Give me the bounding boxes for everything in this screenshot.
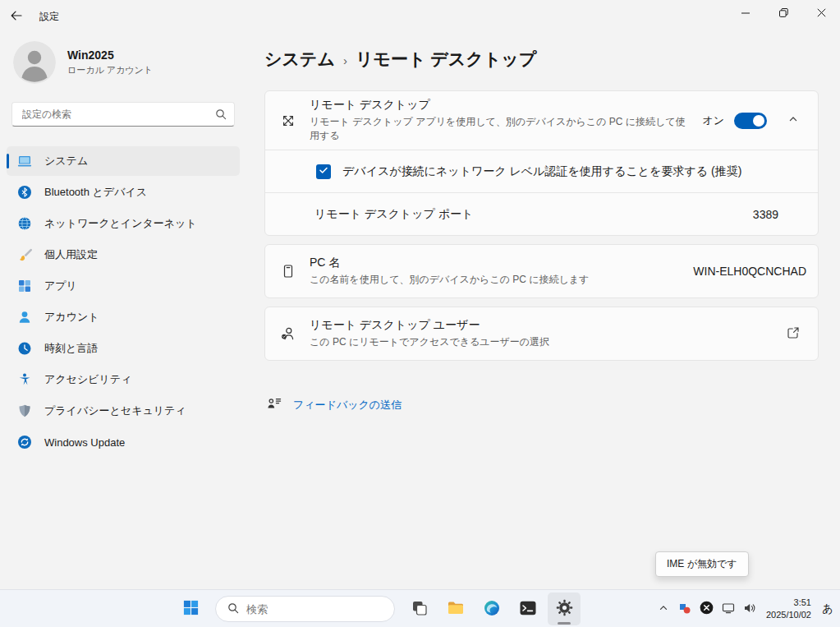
pc-name-description: この名前を使用して、別のデバイスからこの PC に接続します (310, 273, 680, 287)
port-value: 3389 (753, 208, 778, 221)
remote-desktop-users-texts: リモート デスクトップ ユーザー この PC にリモートでアクセスできるユーザー… (310, 318, 767, 349)
tray-overflow-button[interactable] (653, 592, 674, 625)
taskbar-search-box[interactable] (215, 596, 395, 622)
edge-browser-button[interactable] (475, 592, 508, 625)
nla-checkbox-label: デバイスが接続にネットワーク レベル認証を使用することを要求する (推奨) (342, 164, 741, 179)
remote-desktop-card: リモート デスクトップ リモート デスクトップ アプリを使用して、別のデバイスか… (264, 90, 819, 236)
remote-desktop-users-card: リモート デスクトップ ユーザー この PC にリモートでアクセスできるユーザー… (264, 307, 819, 361)
taskbar: 3:51 2025/10/02 あ (0, 589, 840, 627)
taskbar-center (174, 590, 581, 627)
tray-date: 2025/10/02 (766, 609, 811, 621)
sidebar-item-system[interactable]: システム (7, 146, 240, 176)
terminal-icon (519, 599, 537, 620)
feedback-icon (266, 395, 282, 414)
user-name: Win2025 (67, 48, 153, 62)
remote-desktop-texts: リモート デスクトップ リモート デスクトップ アプリを使用して、別のデバイスか… (310, 98, 689, 143)
minimize-icon (741, 7, 750, 20)
tray-app-button[interactable] (674, 592, 695, 625)
folder-icon (447, 599, 465, 620)
sidebar-item-apps[interactable]: アプリ (7, 271, 240, 301)
taskbar-tray: 3:51 2025/10/02 あ (653, 590, 838, 627)
tray-app-icon (678, 602, 691, 617)
terminal-button[interactable] (512, 592, 544, 625)
pc-name-row: PC 名 この名前を使用して、別のデバイスからこの PC に接続します WIN-… (265, 245, 818, 297)
ime-mode-button[interactable]: あ (817, 592, 838, 625)
sidebar-item-privacy-security[interactable]: プライバシーとセキュリティ (7, 396, 240, 426)
restore-icon (779, 7, 788, 20)
pc-name-value: WIN-ELH0QCNCHAD (693, 265, 806, 278)
sidebar-item-label: アプリ (44, 279, 77, 293)
remote-desktop-row[interactable]: リモート デスクトップ リモート デスクトップ アプリを使用して、別のデバイスか… (265, 91, 818, 150)
search-icon (227, 602, 239, 616)
collapse-button[interactable] (780, 108, 806, 133)
user-account-block[interactable]: Win2025 ローカル アカウント (0, 33, 246, 84)
remote-desktop-users-description: この PC にリモートでアクセスできるユーザーの選択 (310, 335, 767, 349)
remote-desktop-users-title: リモート デスクトップ ユーザー (310, 318, 767, 333)
sidebar-item-label: ネットワークとインターネット (44, 216, 197, 231)
main-content: システム › リモート デスクトップ リモート デスクトップ リモート デスクト… (246, 33, 840, 589)
nla-checkbox[interactable] (316, 164, 331, 179)
toggle-knob (753, 115, 764, 127)
minimize-button[interactable] (727, 0, 764, 26)
remote-desktop-icon (280, 113, 296, 129)
sidebar-item-accessibility[interactable]: アクセシビリティ (7, 365, 240, 394)
search-icon (215, 108, 227, 122)
sidebar-item-windows-update[interactable]: Windows Update (7, 427, 240, 457)
clock-texts: 3:51 2025/10/02 (766, 597, 811, 621)
restore-button[interactable] (764, 0, 802, 26)
clock-icon (17, 341, 32, 356)
pc-name-card: PC 名 この名前を使用して、別のデバイスからこの PC に接続します WIN-… (264, 244, 819, 298)
ime-disabled-tray-button[interactable] (695, 592, 718, 625)
sidebar-item-label: システム (44, 154, 88, 168)
remote-desktop-users-row[interactable]: リモート デスクトップ ユーザー この PC にリモートでアクセスできるユーザー… (265, 307, 818, 360)
breadcrumb-parent[interactable]: システム (264, 48, 335, 71)
settings-app-button[interactable] (548, 592, 581, 625)
titlebar: 設定 (0, 0, 840, 33)
remote-desktop-port-row: リモート デスクトップ ポート 3389 (265, 192, 818, 235)
user-account-type: ローカル アカウント (67, 64, 153, 76)
settings-cards: リモート デスクトップ リモート デスクトップ アプリを使用して、別のデバイスか… (264, 90, 819, 361)
file-explorer-button[interactable] (439, 592, 472, 625)
edge-icon (483, 599, 501, 620)
sidebar-nav: システム Bluetooth とデバイス ネットワークとインターネット 個人用設… (0, 146, 246, 457)
bluetooth-icon (17, 185, 32, 200)
sidebar-item-label: 個人用設定 (44, 247, 98, 262)
close-button[interactable] (802, 0, 840, 26)
sidebar-item-label: プライバシーとセキュリティ (44, 403, 186, 418)
external-link-icon (787, 326, 800, 342)
pc-name-icon (280, 263, 296, 279)
volume-tray-button[interactable] (739, 592, 760, 625)
sidebar-item-label: アクセシビリティ (44, 372, 131, 387)
pc-name-title: PC 名 (310, 256, 680, 270)
sidebar-item-label: Bluetooth とデバイス (44, 185, 147, 200)
update-arrows-icon (17, 435, 32, 450)
network-monitor-icon (722, 602, 735, 617)
network-tray-button[interactable] (718, 592, 739, 625)
sidebar-item-personalization[interactable]: 個人用設定 (7, 240, 240, 270)
back-button[interactable] (0, 2, 33, 31)
user-avatar (13, 41, 56, 84)
settings-search-input[interactable] (12, 103, 234, 126)
gear-icon (556, 599, 573, 619)
send-feedback-link[interactable]: フィードバックの送信 (293, 398, 402, 413)
user-texts: Win2025 ローカル アカウント (67, 48, 153, 76)
task-view-icon (411, 600, 428, 619)
task-view-button[interactable] (403, 592, 436, 625)
start-button[interactable] (174, 592, 207, 625)
sidebar-item-network-internet[interactable]: ネットワークとインターネット (7, 209, 240, 238)
taskbar-search-input[interactable] (246, 603, 383, 615)
paintbrush-icon (17, 247, 32, 262)
settings-search-box (11, 102, 235, 127)
sidebar-item-time-language[interactable]: 時刻と言語 (7, 334, 240, 363)
clock-tray-button[interactable]: 3:51 2025/10/02 (760, 592, 817, 625)
open-external-button[interactable] (780, 320, 806, 347)
system-icon (17, 154, 32, 168)
shield-icon (17, 403, 32, 418)
pc-name-texts: PC 名 この名前を使用して、別のデバイスからこの PC に接続します (310, 256, 680, 287)
remote-desktop-toggle[interactable] (734, 113, 767, 129)
breadcrumb-current: リモート デスクトップ (356, 48, 536, 71)
sidebar-item-accounts[interactable]: アカウント (7, 302, 240, 332)
globe-icon (17, 216, 32, 231)
sidebar-item-bluetooth-devices[interactable]: Bluetooth とデバイス (7, 177, 240, 207)
chevron-up-icon (788, 114, 798, 127)
